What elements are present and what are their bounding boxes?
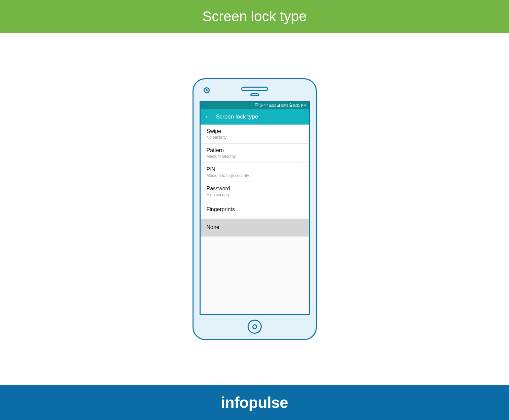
battery-percent: 52% bbox=[281, 103, 289, 107]
lock-option-item[interactable]: Fingerprints bbox=[201, 201, 309, 219]
lock-option-item[interactable]: PINMedium to high security bbox=[201, 163, 309, 182]
signal-icon bbox=[277, 103, 280, 107]
lock-option-item[interactable]: PasswordHigh security bbox=[201, 182, 309, 201]
main-area: 4GE 52% 6:31 PM ← Screen lock type Swipe… bbox=[0, 33, 509, 385]
lock-option-title: Password bbox=[207, 186, 303, 192]
lock-option-subtitle: No security bbox=[207, 135, 303, 140]
phone-frame: 4GE 52% 6:31 PM ← Screen lock type Swipe… bbox=[193, 78, 317, 340]
lock-option-item[interactable]: SwipeNo security bbox=[201, 125, 309, 144]
phone-sensor-icon bbox=[250, 93, 259, 96]
back-arrow-icon[interactable]: ← bbox=[205, 114, 211, 120]
phone-screen: 4GE 52% 6:31 PM ← Screen lock type Swipe… bbox=[200, 101, 310, 315]
phone-speaker-icon bbox=[241, 87, 268, 91]
app-bar-title: Screen lock type bbox=[216, 113, 258, 120]
lock-option-title: None bbox=[207, 224, 303, 230]
lock-option-title: PIN bbox=[207, 167, 303, 173]
lock-option-subtitle: Medium security bbox=[207, 154, 303, 159]
alarm-icon bbox=[259, 103, 263, 107]
footer-brand: infopulse bbox=[221, 393, 288, 412]
banner-title: Screen lock type bbox=[202, 8, 307, 25]
home-button[interactable] bbox=[248, 320, 262, 334]
status-icons: 4GE 52% 6:31 PM bbox=[255, 103, 306, 107]
phone-camera-dot bbox=[206, 89, 208, 91]
top-banner: Screen lock type bbox=[0, 0, 509, 33]
lock-option-item[interactable]: PatternMedium security bbox=[201, 144, 309, 163]
battery-icon bbox=[290, 103, 292, 107]
home-button-inner-icon bbox=[252, 324, 257, 329]
status-time: 6:31 PM bbox=[293, 103, 307, 107]
lock-option-item[interactable]: None bbox=[201, 219, 309, 237]
wifi-icon bbox=[264, 103, 268, 107]
svg-point-2 bbox=[266, 106, 266, 107]
phone-camera-icon bbox=[204, 87, 210, 93]
lock-option-subtitle: High security bbox=[207, 192, 303, 197]
lock-option-title: Fingerprints bbox=[207, 206, 303, 213]
svg-rect-5 bbox=[290, 105, 292, 107]
lock-option-title: Pattern bbox=[207, 147, 303, 153]
status-bar: 4GE 52% 6:31 PM bbox=[201, 102, 309, 109]
lock-options-list: SwipeNo securityPatternMedium securityPI… bbox=[201, 125, 309, 314]
bottom-banner: infopulse bbox=[0, 385, 509, 420]
network-label: 4GE bbox=[269, 104, 275, 107]
app-bar: ← Screen lock type bbox=[201, 109, 309, 125]
nfc-icon bbox=[255, 103, 258, 107]
lock-option-title: Swipe bbox=[207, 128, 303, 134]
lock-option-subtitle: Medium to high security bbox=[207, 173, 303, 178]
